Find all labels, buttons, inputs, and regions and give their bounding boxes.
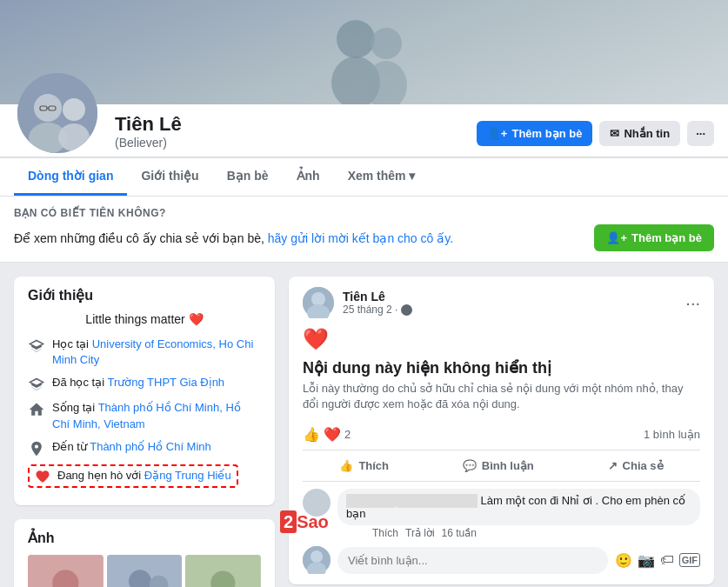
- highschool-link[interactable]: Trường THPT Gia Định: [107, 376, 224, 389]
- profile-subtitle: (Believer): [115, 136, 477, 150]
- know-banner-link[interactable]: hãy gửi lời mời kết bạn cho cô ấy.: [268, 231, 453, 245]
- photo-thumb-3[interactable]: [185, 555, 261, 587]
- svg-point-8: [58, 123, 90, 151]
- tab-timeline[interactable]: Dòng thời gian: [14, 158, 127, 196]
- know-banner: BẠN CÓ BIẾT TIÊN KHÔNG? Để xem những điề…: [0, 197, 728, 263]
- watermark-number: 2: [280, 510, 297, 533]
- comment-content: ██████ ██████████ Làm một con đi Nhỉ ơi …: [337, 489, 700, 539]
- comment-reply-action[interactable]: Trả lời: [405, 527, 435, 539]
- like-button[interactable]: 👍 Thích: [329, 454, 399, 477]
- reaction-icons: 👍 ❤️ 2: [303, 426, 351, 443]
- intro-school-text: Học tại University of Economics, Ho Chi …: [52, 337, 261, 368]
- photo-3-image: [185, 555, 261, 587]
- cover-photo: [0, 0, 728, 104]
- globe-icon: [401, 304, 412, 316]
- emoji-icon[interactable]: 🙂: [615, 552, 632, 569]
- comment-input[interactable]: [337, 547, 608, 574]
- like-emoji: 👍: [303, 426, 320, 443]
- share-button[interactable]: ↗ Chia sẻ: [598, 454, 674, 477]
- post-author-name: Tiên Lê: [343, 290, 412, 304]
- profile-nav: Dòng thời gian Giới thiệu Bạn bè Ảnh Xem…: [0, 157, 728, 197]
- post-hidden-desc: Lỗi này thường do chủ sở hữu chỉ chia sẻ…: [303, 381, 700, 412]
- comment-count: 1 bình luận: [644, 428, 700, 441]
- comment-input-icons: 🙂 📷 🏷 GIF: [615, 552, 700, 569]
- intro-lives-in: Sống tại Thành phố Hồ Chí Minh, Hồ Chí M…: [28, 400, 261, 431]
- like-icon: 👍: [339, 459, 353, 472]
- watermark: 2Sao: [280, 512, 329, 532]
- cover-silhouette: [277, 0, 451, 104]
- post-author-avatar: [303, 287, 334, 318]
- right-column: Tiên Lê 25 tháng 2 · ··· ❤️ Nội dung này…: [289, 277, 714, 587]
- comment-actions: Thích Trả lời 16 tuần: [372, 527, 700, 539]
- comment-time: 16 tuần: [442, 527, 477, 539]
- intro-highschool: Đã học tại Trường THPT Gia Định: [28, 375, 261, 393]
- left-column: Giới thiệu Little things matter ❤️ Học t…: [14, 277, 275, 587]
- watermark-text: Sao: [297, 512, 329, 531]
- comment-button[interactable]: 💬 Bình luận: [452, 454, 544, 477]
- school-icon: [28, 337, 45, 355]
- add-icon: 👤+: [606, 231, 627, 244]
- svg-point-24: [311, 292, 325, 306]
- camera-icon[interactable]: 📷: [638, 552, 655, 569]
- post-more-button[interactable]: ···: [685, 294, 700, 311]
- tab-about[interactable]: Giới thiệu: [127, 158, 212, 196]
- from-link[interactable]: Thành phố Hồ Chí Minh: [90, 440, 211, 453]
- relationship-link[interactable]: Đặng Trung Hiếu: [144, 469, 231, 482]
- heart-emoji: ❤️: [324, 426, 341, 443]
- heart-icon: [35, 469, 50, 484]
- message-icon: ✉: [610, 127, 619, 140]
- school2-icon: [28, 376, 45, 393]
- photo-1-image: [28, 555, 104, 587]
- comment-author-name: ██████ ██████████: [346, 494, 478, 507]
- share-icon: ↗: [608, 459, 618, 472]
- tab-more[interactable]: Xem thêm ▾: [334, 158, 430, 196]
- know-banner-title: BẠN CÓ BIẾT TIÊN KHÔNG?: [14, 207, 714, 219]
- intro-title: Giới thiệu: [28, 287, 261, 304]
- main-content: Giới thiệu Little things matter ❤️ Học t…: [0, 263, 728, 587]
- photo-thumb-2[interactable]: [107, 555, 183, 587]
- intro-lives-text: Sống tại Thành phố Hồ Chí Minh, Hồ Chí M…: [52, 400, 261, 431]
- comment-icon: 💬: [463, 459, 477, 472]
- post-heart: ❤️: [303, 327, 700, 351]
- svg-point-27: [311, 550, 323, 563]
- post-author-info: Tiên Lê 25 tháng 2 ·: [343, 290, 412, 316]
- more-options-button[interactable]: ···: [687, 121, 714, 146]
- message-button[interactable]: ✉ Nhắn tin: [599, 121, 680, 146]
- add-friend-button[interactable]: 👤+ Thêm bạn bè: [477, 121, 593, 146]
- post-reactions-bar: 👍 ❤️ 2 1 bình luận: [303, 419, 700, 450]
- gif-icon[interactable]: GIF: [679, 553, 700, 567]
- intro-highschool-text: Đã học tại Trường THPT Gia Định: [52, 375, 224, 390]
- intro-quote: Little things matter ❤️: [28, 312, 261, 326]
- reaction-count: 2: [344, 428, 351, 441]
- tab-friends[interactable]: Bạn bè: [213, 158, 283, 196]
- photos-grid: [28, 555, 261, 587]
- post-avatar-image: [303, 287, 334, 318]
- intro-from-text: Đến từ Thành phố Hồ Chí Minh: [52, 439, 211, 455]
- comment-item: ██████ ██████████ Làm một con đi Nhỉ ơi …: [303, 489, 700, 539]
- svg-point-0: [337, 20, 375, 58]
- svg-point-7: [63, 98, 85, 121]
- post-meta: 25 tháng 2 ·: [343, 304, 412, 316]
- tab-photos[interactable]: Ảnh: [283, 158, 334, 196]
- photos-card: Ảnh: [14, 519, 275, 587]
- comment-bubble: ██████ ██████████ Làm một con đi Nhỉ ơi …: [337, 489, 700, 525]
- add-friend-icon: 👤+: [487, 127, 508, 140]
- profile-header: Tiên Lê (Believer) 👤+ Thêm bạn bè ✉ Nhắn…: [0, 104, 728, 157]
- profile-actions: 👤+ Thêm bạn bè ✉ Nhắn tin ···: [477, 121, 714, 157]
- post-actions: 👍 Thích 💬 Bình luận ↗ Chia sẻ: [303, 450, 700, 482]
- intro-relationship: Đang hẹn hò với Đặng Trung Hiếu: [28, 464, 261, 488]
- profile-name: Tiên Lê: [115, 113, 477, 136]
- school-link[interactable]: University of Economics, Ho Chi Minh Cit…: [52, 337, 253, 366]
- post-card: Tiên Lê 25 tháng 2 · ··· ❤️ Nội dung này…: [289, 277, 714, 584]
- avatar-image: [17, 73, 97, 153]
- profile-info: Tiên Lê (Believer): [115, 113, 477, 157]
- photo-thumb-1[interactable]: [28, 555, 104, 587]
- svg-point-2: [371, 28, 402, 59]
- sticker-icon[interactable]: 🏷: [660, 552, 674, 568]
- comment-input-avatar: [303, 546, 331, 574]
- lives-link[interactable]: Thành phố Hồ Chí Minh, Hồ Chí Minh, Viet…: [52, 401, 241, 430]
- intro-school: Học tại University of Economics, Ho Chi …: [28, 337, 261, 368]
- comment-like-action[interactable]: Thích: [372, 527, 398, 539]
- know-banner-add-button[interactable]: 👤+ Thêm bạn bè: [594, 224, 714, 251]
- intro-from: Đến từ Thành phố Hồ Chí Minh: [28, 439, 261, 457]
